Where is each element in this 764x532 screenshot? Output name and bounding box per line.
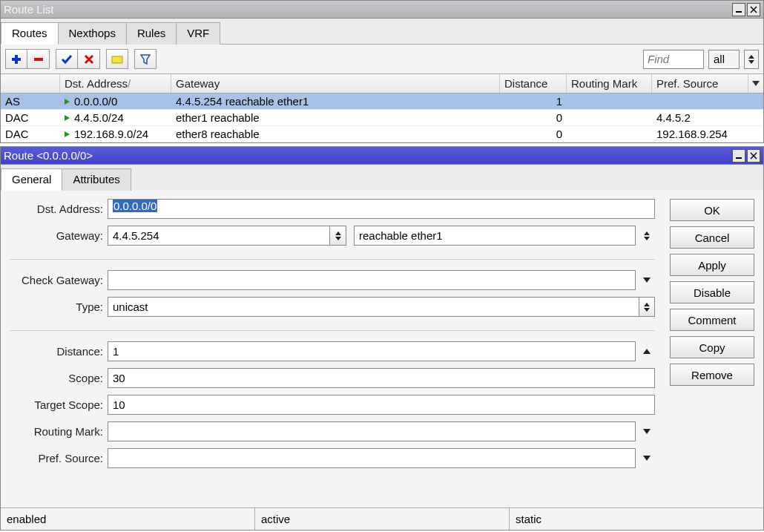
pref-source-label: Pref. Source: [10, 452, 108, 464]
route-detail-window: Route <0.0.0.0/0> General Attributes Dst… [0, 146, 764, 531]
scope-label: Scope: [10, 372, 108, 384]
window-title: Route <0.0.0.0/0> [4, 149, 731, 162]
tab-vrf[interactable]: VRF [176, 22, 220, 45]
pref-source-toggle[interactable] [639, 448, 655, 468]
pref-source-input[interactable] [108, 448, 636, 468]
status-bar: enabled active static [1, 508, 763, 530]
cell-routing-mark [567, 100, 652, 103]
enable-button[interactable] [56, 49, 78, 69]
gateway-input[interactable] [108, 226, 330, 246]
filter-select[interactable]: all [708, 50, 740, 69]
close-button[interactable] [747, 3, 760, 16]
th-distance[interactable]: Distance [500, 74, 567, 93]
copy-button[interactable]: Copy [670, 336, 754, 358]
cell-dst: 4.4.5.0/24 [60, 110, 171, 125]
button-column: OK Cancel Apply Disable Comment Copy Rem… [670, 199, 754, 386]
tab-attributes[interactable]: Attributes [62, 168, 131, 191]
titlebar[interactable]: Route <0.0.0.0/0> [1, 147, 763, 165]
cell-distance: 1 [500, 93, 567, 109]
gateway-status [354, 226, 636, 246]
check-gateway-input[interactable] [108, 270, 636, 290]
filter-value: all [714, 53, 725, 65]
apply-button[interactable]: Apply [670, 254, 754, 276]
gateway-dropdown[interactable] [330, 226, 346, 246]
cell-dst: 0.0.0.0/0 [60, 93, 171, 109]
distance-toggle[interactable] [639, 341, 655, 361]
svg-rect-4 [12, 58, 21, 61]
status-active: active [255, 508, 510, 530]
table-row[interactable]: AS 0.0.0.0/0 4.4.5.254 reachable ether1 … [1, 93, 763, 110]
comment-button[interactable]: Comment [670, 309, 754, 331]
tab-general[interactable]: General [1, 168, 62, 191]
cell-gateway: 4.4.5.254 reachable ether1 [171, 93, 500, 109]
add-button[interactable] [5, 49, 27, 69]
status-enabled: enabled [1, 508, 255, 530]
cell-gateway: ether1 reachable [171, 110, 500, 125]
form-column: Dst. Address: 0.0.0.0/0 Gateway: Check G… [10, 199, 655, 475]
th-flags[interactable] [1, 74, 60, 93]
status-static: static [510, 508, 763, 530]
cell-dst: 192.168.9.0/24 [60, 126, 171, 142]
gateway-label: Gateway: [10, 229, 108, 242]
table-row[interactable]: DAC 4.4.5.0/24 ether1 reachable 0 4.4.5.… [1, 110, 763, 126]
cell-pref: 192.168.9.254 [652, 126, 748, 142]
gateway-expand[interactable] [639, 226, 655, 246]
minimize-button[interactable] [732, 149, 745, 162]
cell-routing-mark [567, 116, 652, 119]
th-gateway[interactable]: Gateway [171, 74, 500, 93]
tab-rules[interactable]: Rules [126, 22, 177, 45]
routing-mark-input[interactable] [108, 421, 636, 441]
cancel-button[interactable]: Cancel [670, 226, 754, 249]
type-input[interactable] [108, 297, 639, 317]
disable-button[interactable] [78, 49, 100, 69]
route-list-tabs: Routes Nexthops Rules VRF [1, 19, 763, 45]
target-scope-label: Target Scope: [10, 398, 108, 411]
cell-pref [652, 100, 748, 103]
titlebar[interactable]: Route List [1, 1, 763, 19]
table-row[interactable]: DAC 192.168.9.0/24 ether8 reachable 0 19… [1, 126, 763, 142]
active-icon [65, 99, 70, 105]
window-title: Route List [4, 3, 731, 16]
cell-routing-mark [567, 133, 652, 136]
filter-button[interactable] [134, 49, 157, 69]
cell-flags: AS [1, 93, 60, 109]
svg-rect-0 [736, 11, 742, 13]
ok-button[interactable]: OK [670, 199, 754, 221]
filter-dropdown[interactable] [744, 50, 759, 69]
tab-routes[interactable]: Routes [1, 22, 59, 45]
find-input[interactable] [643, 50, 704, 69]
toolbar: all [1, 45, 763, 74]
target-scope-input[interactable] [108, 395, 655, 415]
remove-button[interactable]: Remove [670, 364, 754, 386]
cell-distance: 0 [500, 110, 567, 125]
distance-input[interactable] [108, 341, 636, 361]
route-detail-tabs: General Attributes [1, 165, 763, 190]
tab-nexthops[interactable]: Nexthops [58, 22, 127, 45]
table-header: Dst. Address/ Gateway Distance Routing M… [1, 74, 763, 93]
type-dropdown[interactable] [639, 297, 655, 317]
th-routing-mark[interactable]: Routing Mark [567, 74, 652, 93]
cell-flags: DAC [1, 126, 60, 142]
routing-mark-toggle[interactable] [639, 421, 655, 441]
active-icon [65, 131, 70, 137]
remove-button[interactable] [27, 49, 50, 69]
scope-input[interactable] [108, 368, 655, 388]
table-body: AS 0.0.0.0/0 4.4.5.254 reachable ether1 … [1, 93, 763, 142]
th-pref-source[interactable]: Pref. Source [652, 74, 748, 93]
dst-address-input[interactable]: 0.0.0.0/0 [108, 199, 655, 219]
close-button[interactable] [747, 149, 760, 162]
comment-button[interactable] [106, 49, 128, 69]
svg-rect-8 [112, 56, 122, 63]
disable-button[interactable]: Disable [670, 281, 754, 303]
svg-rect-5 [34, 58, 43, 61]
th-dst[interactable]: Dst. Address/ [60, 74, 171, 93]
cell-distance: 0 [500, 126, 567, 142]
separator [10, 330, 655, 331]
check-gw-toggle[interactable] [639, 270, 655, 290]
type-label: Type: [10, 301, 108, 313]
distance-label: Distance: [10, 345, 108, 358]
route-list-window: Route List Routes Nexthops Rules VRF all [0, 0, 764, 143]
minimize-button[interactable] [732, 3, 745, 16]
th-column-chooser[interactable] [748, 74, 763, 93]
cell-gateway: ether8 reachable [171, 126, 500, 142]
